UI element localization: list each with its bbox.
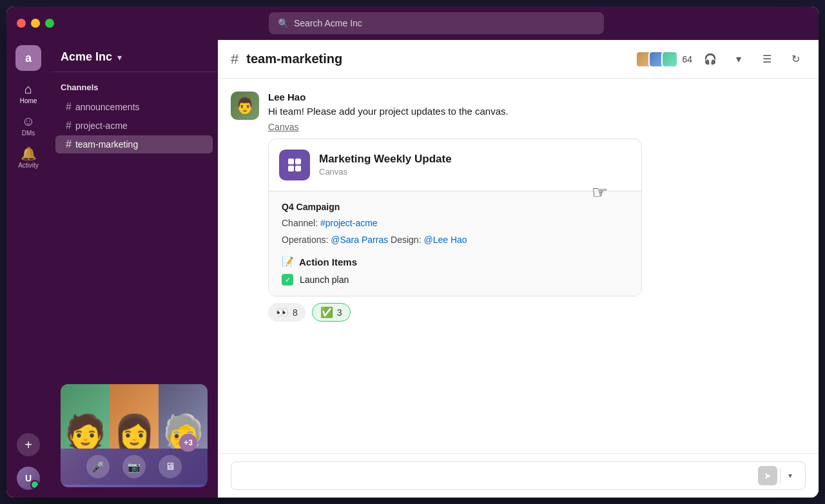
svg-rect-0: [288, 159, 294, 164]
lee-hao-link[interactable]: @Lee Hao: [423, 235, 467, 245]
chat-header: # team-marketing 6: [218, 40, 819, 79]
user-avatar[interactable]: U: [17, 467, 40, 490]
sara-parras-link[interactable]: @Sara Parras: [331, 235, 388, 245]
app-window: 🔍 Search Acme Inc a ⌂ Home ☺ DMs 🔔 Activ…: [6, 6, 819, 498]
design-label: Design:: [391, 235, 421, 245]
canvas-card-info: Marketing Weekly Update Canvas: [319, 153, 452, 177]
reaction-count-check: 3: [337, 307, 342, 318]
channels-section: Channels # announcements # project-acme …: [50, 72, 218, 162]
hash-icon: #: [66, 120, 72, 131]
canvas-action-items: 📝 Action Items ✓ Launch plan: [282, 256, 628, 286]
workspace-chevron-icon: ▾: [117, 52, 122, 63]
title-bar: 🔍 Search Acme Inc: [6, 6, 819, 40]
sidebar-item-project-acme[interactable]: # project-acme: [55, 117, 213, 135]
search-bar[interactable]: 🔍 Search Acme Inc: [269, 12, 604, 34]
workspace-header[interactable]: Acme Inc ▾: [50, 40, 218, 72]
canvas-card-subtitle: Canvas: [319, 167, 452, 177]
canvas-ops-field: Operations: @Sara Parras Design: @Lee Ha…: [282, 233, 628, 247]
camera-button[interactable]: 📷: [122, 455, 146, 478]
svg-rect-2: [288, 166, 294, 171]
message-avatar-lee: 👨: [231, 92, 259, 120]
send-button[interactable]: ➤: [758, 466, 777, 485]
minimize-button[interactable]: [31, 19, 40, 28]
notepad-icon: 📝: [282, 256, 294, 267]
workspace-name: Acme Inc: [61, 50, 112, 64]
maximize-button[interactable]: [45, 19, 54, 28]
canvas-card-title: Marketing Weekly Update: [319, 153, 452, 166]
home-icon: ⌂: [24, 82, 32, 95]
sidebar-item-dms[interactable]: ☺ DMs: [10, 111, 46, 141]
close-button[interactable]: [17, 19, 26, 28]
channel-name-announcements: announcements: [75, 102, 140, 112]
sidebar-item-announcements[interactable]: # announcements: [55, 98, 213, 116]
canvas-card-header: Marketing Weekly Update Canvas: [269, 139, 641, 191]
hash-icon: #: [66, 139, 72, 150]
message-content: Lee Hao Hi team! Please add your project…: [268, 92, 806, 322]
person-photo-2: 👩: [110, 384, 159, 449]
member-count: 64: [682, 54, 692, 64]
member-avatars: 64: [636, 51, 692, 68]
home-label: Home: [20, 97, 37, 104]
message-input-area: ➤ ▾: [218, 453, 819, 498]
sidebar-item-activity[interactable]: 🔔 Activity: [10, 143, 46, 173]
channels-section-header: Channels: [50, 80, 218, 97]
member-avatar-3: [661, 51, 678, 68]
reactions: 👀 8 ✅ 3: [268, 303, 806, 322]
eyes-emoji: 👀: [276, 306, 289, 318]
canvas-link[interactable]: Canvas: [268, 122, 806, 132]
headphone-button[interactable]: 🎧: [700, 49, 721, 70]
canvas-section-title: Q4 Campaign: [282, 202, 628, 212]
canvas-card-body: Q4 Campaign Channel: #project-acme Opera…: [269, 191, 641, 296]
people-card: 🧑 👩 🧓 +3 🎤 📷 🖥: [61, 384, 208, 487]
action-item-label: Launch plan: [300, 275, 349, 285]
search-placeholder: Search Acme Inc: [294, 18, 362, 28]
checkbox-checked-icon[interactable]: ✓: [282, 274, 293, 286]
screen-share-button[interactable]: 🖥: [159, 455, 182, 478]
channel-name-project-acme: project-acme: [75, 121, 128, 131]
message-sender: Lee Hao: [268, 92, 806, 102]
message-input[interactable]: [239, 470, 758, 481]
expand-input-button[interactable]: ▾: [783, 469, 797, 483]
search-icon: 🔍: [278, 18, 289, 28]
svg-rect-3: [295, 166, 301, 171]
project-acme-link[interactable]: #project-acme: [320, 218, 378, 228]
refresh-button[interactable]: ↻: [785, 49, 806, 70]
canvas-channel-field: Channel: #project-acme: [282, 216, 628, 230]
chat-area: # team-marketing 6: [218, 40, 819, 498]
card-controls: 🎤 📷 🖥: [61, 449, 208, 485]
message-lee-hao: 👨 Lee Hao Hi team! Please add your proje…: [231, 92, 806, 322]
workspace-icon[interactable]: a: [15, 45, 41, 71]
list-view-button[interactable]: ☰: [757, 49, 777, 70]
action-items-label: Action Items: [299, 257, 357, 267]
action-items-title: 📝 Action Items: [282, 256, 628, 267]
reaction-eyes[interactable]: 👀 8: [268, 303, 306, 322]
reaction-check[interactable]: ✅ 3: [312, 303, 351, 322]
person-photo-1: 🧑: [61, 384, 110, 449]
message-input-box[interactable]: ➤ ▾: [231, 461, 806, 490]
activity-label: Activity: [18, 162, 39, 169]
dms-label: DMs: [22, 130, 35, 137]
channel-name-team-marketing: team-marketing: [75, 139, 138, 150]
sidebar-item-team-marketing[interactable]: # team-marketing: [55, 135, 213, 153]
sidebar-item-home[interactable]: ⌂ Home: [10, 79, 46, 108]
channel-hash-icon: #: [231, 51, 238, 68]
hash-icon: #: [66, 101, 72, 113]
check-emoji: ✅: [320, 306, 333, 318]
mic-button[interactable]: 🎤: [86, 455, 110, 478]
reaction-count-eyes: 8: [293, 307, 298, 318]
extra-people-badge: +3: [179, 434, 197, 452]
user-avatar-face: U: [17, 467, 40, 490]
activity-icon: 🔔: [21, 147, 37, 160]
canvas-card: Marketing Weekly Update Canvas Q4 Campai…: [268, 139, 642, 297]
dms-icon: ☺: [22, 115, 35, 128]
main-layout: a ⌂ Home ☺ DMs 🔔 Activity + U Acme In: [6, 40, 819, 498]
channel-label: Channel:: [282, 218, 318, 228]
canvas-app-icon: [279, 150, 310, 180]
operations-label: Operations:: [282, 235, 328, 245]
sidebar: Acme Inc ▾ Channels # announcements # pr…: [50, 40, 218, 498]
chat-messages: 👨 Lee Hao Hi team! Please add your proje…: [218, 79, 819, 453]
message-text: Hi team! Please add your project updates…: [268, 104, 806, 119]
chevron-dropdown-button[interactable]: ▾: [728, 49, 749, 70]
far-left-nav: a ⌂ Home ☺ DMs 🔔 Activity + U: [6, 40, 50, 498]
add-workspace-button[interactable]: +: [17, 433, 40, 456]
